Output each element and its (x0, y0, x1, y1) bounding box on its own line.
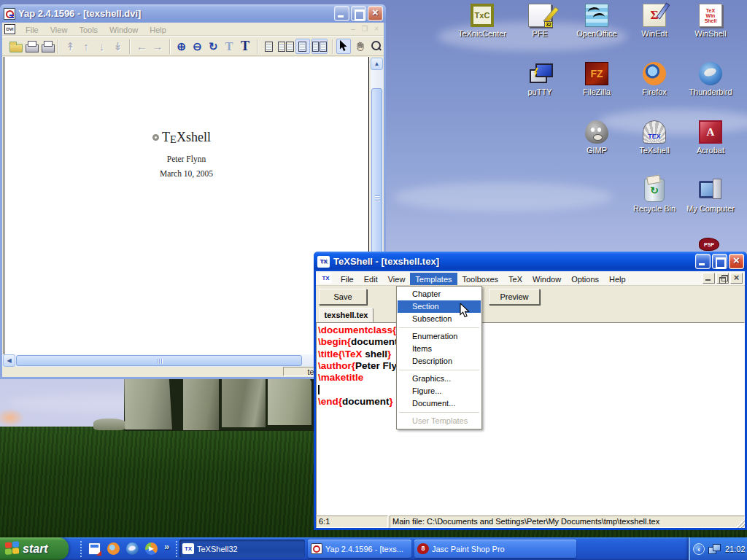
menu-tex[interactable]: TeX (503, 273, 527, 286)
desktop-icon-texshell[interactable]: TEXTeXshell (627, 120, 682, 155)
desktop-icon-winshell[interactable]: TeX Win ShellWinShell (683, 4, 738, 38)
network-icon[interactable] (708, 544, 720, 554)
paint-shop-pro-icon[interactable]: PSP (699, 238, 719, 251)
desktop-icon-thunderbird[interactable]: Thunderbird (683, 62, 738, 96)
taskbar-button-yap[interactable]: Yap 2.4.1596 - [texs... (308, 540, 411, 558)
menu-window[interactable]: Window (527, 273, 566, 286)
start-button[interactable]: start (0, 537, 69, 560)
winshell-icon[interactable]: TeX Win Shell (699, 4, 722, 27)
filezilla-icon[interactable]: FZ (585, 62, 608, 85)
text-tool-icon[interactable]: T (238, 39, 252, 54)
pfe-icon[interactable]: 32 (528, 4, 551, 27)
firefox-icon[interactable] (643, 62, 666, 85)
thunderbird-icon[interactable] (126, 542, 139, 555)
menu-item-enumeration[interactable]: Enumeration (398, 330, 481, 343)
firefox-icon[interactable] (107, 542, 120, 555)
texniccenter-icon[interactable]: TxC (471, 4, 494, 27)
hand-tool-icon[interactable] (352, 39, 367, 54)
desktop-icon-paint-shop-pro[interactable]: PSP (681, 238, 737, 251)
menu-item-document[interactable]: Document... (398, 397, 481, 410)
prev-page-icon[interactable]: ↑ (79, 39, 93, 54)
desktop-icon-openoffice[interactable]: OpenOffice (569, 4, 624, 38)
desktop-icon-winedt[interactable]: ΣWinEdt (627, 4, 682, 38)
menu-options[interactable]: Options (566, 273, 604, 286)
menu-item-graphics[interactable]: Graphics... (398, 373, 481, 385)
yap-menu-tools[interactable]: Tools (73, 24, 104, 36)
open-icon[interactable] (7, 39, 22, 54)
desktop-icon-putty[interactable]: puTTY (512, 62, 568, 96)
menu-item-description[interactable]: Description (398, 355, 481, 368)
continuous-view-icon[interactable] (295, 39, 310, 54)
texshell-icon[interactable]: TEX (643, 120, 666, 144)
resize-grip[interactable] (735, 518, 745, 528)
facing-page-view-icon[interactable] (278, 39, 294, 54)
yap-menu-help[interactable]: Help (144, 24, 172, 36)
first-page-icon[interactable]: ↟ (63, 39, 77, 54)
mdi-close-button[interactable] (730, 273, 743, 284)
scroll-up-button[interactable]: ▲ (371, 58, 383, 70)
magnify-tool-icon[interactable] (368, 39, 383, 54)
menu-view[interactable]: View (383, 273, 411, 286)
show-desktop-icon[interactable] (88, 542, 101, 555)
close-button[interactable] (729, 254, 744, 269)
yap-titlebar[interactable]: Yap 2.4.1596 - [texshell.dvi] (0, 4, 386, 23)
close-button[interactable] (368, 6, 383, 21)
thunderbird-icon[interactable] (699, 62, 722, 85)
save-button[interactable]: Save (319, 289, 367, 305)
menu-help[interactable]: Help (604, 273, 631, 286)
forward-icon[interactable]: → (150, 39, 165, 54)
print-icon[interactable] (23, 39, 38, 54)
desktop-icon-acrobat[interactable]: AAcrobat (683, 120, 738, 155)
tray-chevron-button[interactable]: ‹ (693, 543, 705, 555)
yap-menu-window[interactable]: Window (104, 24, 144, 36)
code-editor[interactable]: \documentclass{\begin{document}\title{\T… (316, 322, 745, 516)
quick-launch-overflow-chevron[interactable]: » (164, 541, 169, 552)
desktop-icon-texniccenter[interactable]: TxCTeXnicCenter (454, 4, 510, 38)
putty-icon[interactable] (528, 62, 551, 85)
menu-toolboxes[interactable]: Toolboxes (457, 273, 504, 286)
desktop-icon-gimp[interactable]: GIMP (569, 120, 624, 155)
horizontal-scroll-thumb[interactable] (16, 355, 302, 366)
preview-button[interactable]: Preview (489, 289, 540, 305)
ruler-tool-icon[interactable]: T (222, 39, 236, 54)
texshell-titlebar[interactable]: TX TeXShell - [texshell.tex] (314, 252, 747, 271)
minimize-button[interactable] (334, 6, 349, 21)
maximize-button[interactable] (351, 6, 366, 21)
taskbar-button-psp[interactable]: 8Jasc Paint Shop Pro (414, 540, 576, 558)
print-range-icon[interactable] (39, 39, 54, 54)
my-computer-icon[interactable] (699, 179, 722, 202)
select-tool-icon[interactable] (336, 39, 351, 54)
openoffice-icon[interactable] (585, 4, 608, 27)
zoom-out-icon[interactable]: ⊖ (190, 39, 205, 54)
mdi-restore-button[interactable] (716, 273, 729, 284)
taskbar-button-texshell[interactable]: TXTeXShell32 (179, 540, 305, 558)
desktop-icon-pfe[interactable]: 32PFE (512, 4, 568, 38)
recycle-bin-icon[interactable]: ↻ (644, 179, 665, 202)
mdi-minimize-button[interactable] (703, 273, 715, 284)
back-icon[interactable]: ← (134, 39, 149, 54)
menu-templates[interactable]: Templates (410, 273, 457, 286)
menu-item-items[interactable]: Items (398, 343, 481, 355)
menu-file[interactable]: File (336, 273, 359, 286)
refresh-icon[interactable]: ↻ (206, 39, 220, 54)
desktop-icon-filezilla[interactable]: FZFileZilla (569, 62, 624, 96)
desktop-icon-my-computer[interactable]: My Computer (683, 179, 738, 213)
desktop-icon-recycle-bin[interactable]: ↻Recycle Bin (627, 179, 682, 213)
continuous-facing-view-icon[interactable] (311, 39, 328, 54)
acrobat-icon[interactable]: A (699, 120, 722, 144)
maximize-button[interactable] (712, 254, 727, 269)
gimp-icon[interactable] (585, 120, 608, 144)
desktop-icon-firefox[interactable]: Firefox (627, 62, 682, 96)
tab-texshell-tex[interactable]: texshell.tex (319, 308, 374, 322)
single-page-view-icon[interactable] (262, 39, 276, 54)
next-page-icon[interactable]: ↓ (95, 39, 109, 54)
yap-menu-view[interactable]: View (44, 24, 74, 36)
scroll-left-button[interactable]: ◀ (3, 354, 15, 367)
yap-menu-file[interactable]: File (20, 24, 44, 36)
last-page-icon[interactable]: ↡ (111, 39, 125, 54)
menu-item-chapter[interactable]: Chapter (398, 288, 481, 300)
menu-edit[interactable]: Edit (359, 273, 383, 286)
minimize-button[interactable] (695, 254, 711, 269)
winedt-icon[interactable]: Σ (643, 4, 666, 27)
media-player-icon[interactable]: ▶ (145, 542, 158, 555)
